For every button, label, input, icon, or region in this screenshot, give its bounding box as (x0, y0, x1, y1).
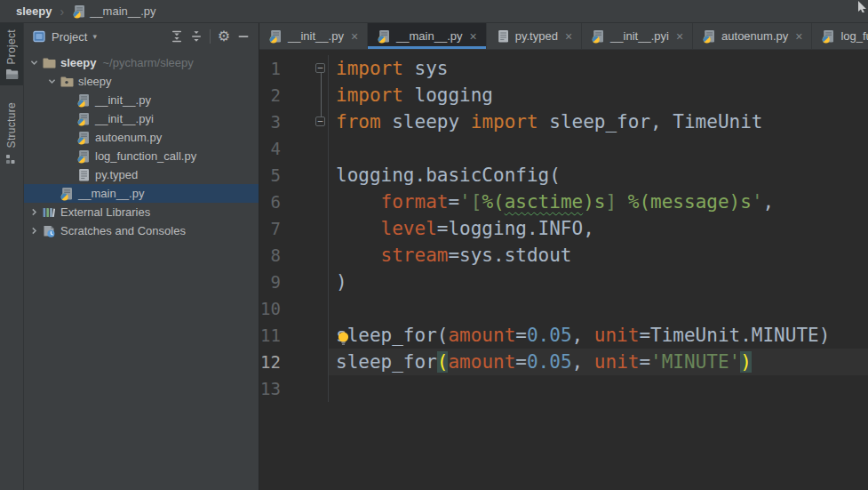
gutter: 4 (259, 135, 329, 162)
code-line-text[interactable]: sleep_for(amount=0.05, unit='MINUTE') (329, 349, 868, 375)
editor-tab[interactable]: log_function_ca (812, 23, 868, 49)
editor-tab-label: py.typed (515, 29, 558, 43)
stripe-tab-project[interactable]: Project (0, 23, 23, 85)
expand-all-icon[interactable] (167, 27, 187, 46)
editor-tab-label: __init__.py (288, 29, 344, 43)
gutter: 3− (259, 108, 329, 135)
line-number: 5 (259, 162, 281, 189)
tree-item-label: __init__.py (95, 93, 151, 107)
python-file-icon (76, 149, 91, 164)
gutter: 13 (259, 375, 329, 402)
code-line-text[interactable]: import logging (329, 82, 868, 108)
collapse-all-icon[interactable] (187, 27, 206, 46)
code-line-text[interactable]: ) (329, 269, 868, 295)
code-line: 9) (259, 269, 868, 295)
hide-minus-icon[interactable] (234, 27, 253, 46)
editor-tab[interactable]: autoenum.py× (693, 23, 812, 49)
chevron-right-icon[interactable] (28, 206, 40, 219)
code-line-text[interactable] (329, 295, 868, 322)
breadcrumb-file[interactable]: __main__.py (90, 4, 155, 18)
tree-item[interactable]: __init__.py (24, 91, 259, 109)
tree-item-label: External Libraries (60, 205, 150, 219)
editor-tabs: __init__.py×__main__.py×py.typed×__init_… (259, 23, 868, 50)
python-file-icon (821, 29, 835, 44)
fold-region-icon[interactable]: − (315, 63, 325, 73)
code-line-text[interactable]: from sleepy import sleep_for, TimeUnit (329, 108, 868, 135)
project-panel: Project ▾ ⚙ sleepy~/pycharm/sleepysleepy… (24, 23, 259, 490)
chevron-down-icon[interactable]: ▾ (92, 32, 97, 41)
mouse-cursor (857, 1, 867, 15)
tree-item[interactable]: __main__.py (24, 184, 259, 203)
code-line-text[interactable]: logging.basicConfig( (329, 162, 868, 189)
code-line: 12sleep_for(amount=0.05, unit='MINUTE') (259, 349, 868, 375)
code-line-text[interactable] (329, 135, 868, 162)
tool-window-stripe: ProjectStructure (0, 23, 24, 490)
tab-close-icon[interactable]: × (470, 30, 477, 43)
line-number: 4 (259, 135, 281, 162)
line-number: 8 (259, 242, 281, 269)
editor-tab[interactable]: py.typed× (487, 23, 582, 49)
code-line-text[interactable]: stream=sys.stdout (329, 242, 868, 269)
code-editor[interactable]: 1−import sys2import logging3−from sleepy… (259, 50, 868, 490)
chevron-right-icon[interactable] (28, 225, 40, 237)
code-line: 4 (259, 135, 868, 162)
tree-item-label: __init__.pyi (95, 112, 154, 125)
tree-item-label: log_function_call.py (95, 149, 196, 163)
package-folder-icon (60, 75, 74, 89)
breadcrumb-project[interactable]: sleepy (16, 4, 52, 18)
stripe-tab-label: Structure (5, 102, 18, 148)
tab-close-icon[interactable]: × (565, 30, 572, 43)
line-number: 7 (259, 215, 281, 242)
line-number: 10 (259, 295, 281, 322)
tab-close-icon[interactable]: × (795, 30, 802, 43)
chevron-down-icon[interactable] (28, 57, 40, 69)
code-line-text[interactable]: sleep_for(amount=0.05, unit=TimeUnit.MIN… (329, 322, 868, 349)
stripe-tab-structure[interactable]: Structure (0, 96, 23, 170)
code-line: 2import logging (259, 82, 868, 108)
tree-item-label: sleepy (60, 56, 96, 69)
fold-region-icon[interactable]: − (315, 116, 325, 126)
chevron-down-icon[interactable] (45, 76, 58, 88)
tree-item-label: __main__.py (78, 187, 144, 200)
tree-item[interactable]: sleepy~/pycharm/sleepy (24, 53, 259, 72)
line-number: 12 (259, 349, 281, 375)
editor-area: __init__.py×__main__.py×py.typed×__init_… (259, 23, 868, 490)
python-file-icon (591, 29, 605, 44)
tree-item-path-hint: ~/pycharm/sleepy (102, 56, 193, 69)
gutter: 5 (259, 162, 329, 189)
python-file-icon (76, 131, 91, 145)
gutter: 6 (259, 189, 329, 215)
code-line-text[interactable] (329, 375, 868, 402)
tab-close-icon[interactable]: × (676, 30, 683, 43)
tree-item[interactable]: __init__.pyi (24, 109, 259, 128)
project-panel-title[interactable]: Project (52, 30, 87, 44)
tree-item[interactable]: autoenum.py (24, 128, 259, 147)
tab-close-icon[interactable]: × (351, 30, 358, 43)
tree-item[interactable]: External Libraries (24, 203, 259, 221)
tree-item[interactable]: py.typed (24, 165, 259, 184)
tree-item[interactable]: Scratches and Consoles (24, 221, 259, 240)
python-file-icon (76, 112, 91, 126)
code-line-text[interactable]: import sys (329, 55, 868, 82)
editor-tab-label: log_function_ca (840, 29, 868, 43)
python-file-icon (268, 29, 283, 44)
settings-gear-icon[interactable]: ⚙ (214, 27, 234, 46)
editor-tab[interactable]: __init__.pyi× (582, 23, 693, 49)
editor-tab[interactable]: __main__.py× (368, 23, 487, 49)
tree-item[interactable]: log_function_call.py (24, 147, 259, 165)
code-line-text[interactable]: level=logging.INFO, (329, 215, 868, 242)
code-line: 11sleep_for(amount=0.05, unit=TimeUnit.M… (259, 322, 868, 349)
toolbar-divider (210, 29, 211, 44)
tree-item[interactable]: sleepy (24, 72, 259, 91)
line-number: 6 (259, 189, 281, 215)
editor-tab[interactable]: __init__.py× (259, 23, 368, 49)
project-panel-header: Project ▾ ⚙ (24, 23, 259, 50)
main-split: ProjectStructure Project ▾ ⚙ sleepy~/pyc… (0, 23, 868, 490)
tool-window-icon (33, 30, 45, 43)
intention-bulb-icon[interactable] (337, 327, 350, 343)
code-line-text[interactable]: format='[%(asctime)s] %(message)s', (329, 189, 868, 215)
line-number: 3 (259, 108, 281, 135)
gutter: 8 (259, 242, 329, 269)
code-line: 10 (259, 295, 868, 322)
code-line: 8 stream=sys.stdout (259, 242, 868, 269)
